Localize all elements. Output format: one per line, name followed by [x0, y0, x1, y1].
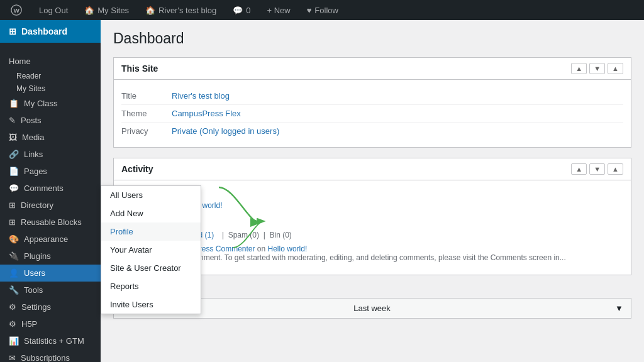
widget-down-btn[interactable]: ▼ — [589, 63, 605, 74]
comments-sidebar-icon: 💬 — [9, 184, 19, 193]
dropdown-site-user-creator[interactable]: Site & User Creator — [101, 259, 201, 277]
sidebar-item-tools[interactable]: 🔧 Tools — [0, 282, 101, 299]
sidebar-item-settings[interactable]: ⚙ Settings — [0, 299, 101, 315]
statistics-label: Statistics + GTM — [24, 336, 84, 346]
myclass-icon: 📋 — [9, 99, 19, 108]
theme-value-link[interactable]: CampusPress Flex — [172, 109, 241, 118]
title-label: Title — [121, 91, 172, 101]
sidebar-item-comments[interactable]: 💬 Comments — [0, 180, 101, 197]
title-value-link[interactable]: River's test blog — [172, 91, 230, 101]
sidebar-item-directory[interactable]: ⊞ Directory — [0, 197, 101, 214]
logout-item[interactable]: Log Out — [36, 6, 70, 15]
appearance-icon: 🎨 — [9, 234, 19, 244]
svg-text:W: W — [14, 7, 20, 14]
subscriptions-icon: ✉ — [9, 353, 16, 362]
links-icon: 🔗 — [9, 150, 19, 159]
sidebar-item-users[interactable]: 👤 Users — [0, 265, 101, 282]
links-label: Links — [24, 150, 43, 159]
site-privacy-row: Privacy Private (Only logged in users) — [121, 123, 623, 140]
this-site-widget: This Site ▲ ▼ ▲ Title River's test blog … — [113, 57, 631, 148]
this-site-title: This Site — [121, 63, 158, 74]
heart-icon: ♥ — [307, 6, 312, 15]
logout-label: Log Out — [39, 6, 68, 15]
privacy-value-link[interactable]: Private (Only logged in users) — [172, 126, 279, 136]
sidebar-item-reusable-blocks[interactable]: ⊞ Reusable Blocks — [0, 214, 101, 231]
activity-close-btn[interactable]: ▲ — [608, 163, 623, 175]
theme-label: Theme — [121, 109, 172, 118]
sidebar-item-links[interactable]: 🔗 Links — [0, 146, 101, 163]
users-icon: 👤 — [9, 268, 19, 278]
dropdown-your-avatar[interactable]: Your Avatar — [101, 241, 201, 259]
wp-icon: W — [10, 4, 23, 16]
settings-label: Settings — [21, 302, 51, 312]
dropdown-add-new[interactable]: Add New — [101, 204, 201, 222]
sidebar-item-myclass[interactable]: 📋 My Class — [0, 95, 101, 112]
sidebar-item-home[interactable]: Home — [0, 53, 101, 70]
comment-text: From A WordPress Commenter on Hello worl… — [150, 244, 566, 267]
sidebar-dashboard-header[interactable]: ⊞ Dashboard — [0, 20, 101, 43]
comments-sidebar-label: Comments — [24, 184, 64, 193]
home-icon: 🏠 — [84, 6, 94, 15]
tools-icon: 🔧 — [9, 285, 19, 295]
sidebar-item-reader[interactable]: Reader — [0, 70, 101, 82]
widget-close-btn[interactable]: ▲ — [608, 63, 623, 74]
activity-up-btn[interactable]: ▲ — [571, 163, 587, 175]
dropdown-all-users[interactable]: All Users — [101, 186, 201, 204]
mysites-sidebar-label: My Sites — [16, 84, 45, 93]
mysites-label: My Sites — [97, 6, 129, 15]
blog-icon: 🏠 — [145, 6, 155, 15]
sidebar-item-h5p[interactable]: ⚙ H5P — [0, 315, 101, 332]
sidebar-item-subscriptions[interactable]: ✉ Subscriptions — [0, 349, 101, 362]
activity-title: Activity — [121, 164, 153, 174]
dropdown-reports[interactable]: Reports — [101, 277, 201, 295]
privacy-label: Privacy — [121, 126, 172, 136]
sidebar-item-media[interactable]: 🖼 Media — [0, 129, 101, 146]
sidebar-item-mysites[interactable]: My Sites — [0, 82, 101, 95]
users-label: Users — [24, 268, 45, 278]
activity-widget-controls: ▲ ▼ ▲ — [571, 163, 623, 175]
sidebar-item-plugins[interactable]: 🔌 Plugins — [0, 248, 101, 265]
site-theme-row: Theme CampusPress Flex — [121, 105, 623, 123]
myclass-label: My Class — [24, 99, 57, 108]
widget-up-btn[interactable]: ▲ — [571, 63, 587, 74]
media-label: Media — [22, 133, 44, 142]
page-title: Dashboard — [113, 30, 631, 47]
blog-label: River's test blog — [158, 6, 216, 15]
h5p-icon: ⚙ — [9, 319, 16, 329]
wp-logo[interactable]: W — [8, 4, 25, 16]
sidebar: ⊞ Dashboard Home Reader My Sites 📋 My Cl… — [0, 20, 101, 362]
users-dropdown: All Users Add New Profile Your Avatar Si… — [101, 185, 201, 314]
dropdown-invite-users[interactable]: Invite Users — [101, 295, 201, 314]
activity-down-btn[interactable]: ▼ — [589, 163, 605, 175]
sidebar-item-appearance[interactable]: 🎨 Appearance — [0, 231, 101, 248]
dashboard-icon: ⊞ — [9, 26, 16, 36]
sidebar-item-statistics[interactable]: 📊 Statistics + GTM — [0, 332, 101, 349]
dropdown-profile[interactable]: Profile — [101, 222, 201, 241]
comment-post-link[interactable]: Hello world! — [268, 244, 308, 253]
new-label: + New — [267, 6, 290, 15]
mysites-item[interactable]: 🏠 My Sites — [82, 6, 131, 15]
sidebar-home-section — [0, 43, 101, 53]
reusable-icon: ⊞ — [9, 217, 16, 227]
last-week-chevron: ▼ — [615, 304, 623, 313]
comments-count: 0 — [246, 6, 250, 15]
this-site-body: Title River's test blog Theme CampusPres… — [114, 80, 631, 147]
directory-label: Directory — [21, 200, 53, 210]
new-item[interactable]: + New — [264, 6, 292, 15]
reusable-label: Reusable Blocks — [21, 217, 82, 227]
posts-icon: ✎ — [9, 116, 16, 125]
follow-label: Follow — [314, 6, 338, 15]
pages-icon: 📄 — [9, 167, 19, 176]
plugins-icon: 🔌 — [9, 251, 19, 261]
follow-item[interactable]: ♥ Follow — [304, 6, 341, 15]
sidebar-item-posts[interactable]: ✎ Posts — [0, 112, 101, 129]
comments-item[interactable]: 💬 0 — [230, 6, 253, 15]
admin-bar: W Log Out 🏠 My Sites 🏠 River's test blog… — [0, 0, 644, 20]
h5p-label: H5P — [21, 319, 37, 329]
dashboard-label: Dashboard — [21, 26, 67, 36]
blog-item[interactable]: 🏠 River's test blog — [143, 6, 219, 15]
sidebar-item-pages[interactable]: 📄 Pages — [0, 163, 101, 180]
widget-controls: ▲ ▼ ▲ — [571, 63, 623, 74]
home-label: Home — [9, 57, 31, 66]
this-site-header: This Site ▲ ▼ ▲ — [114, 58, 631, 80]
